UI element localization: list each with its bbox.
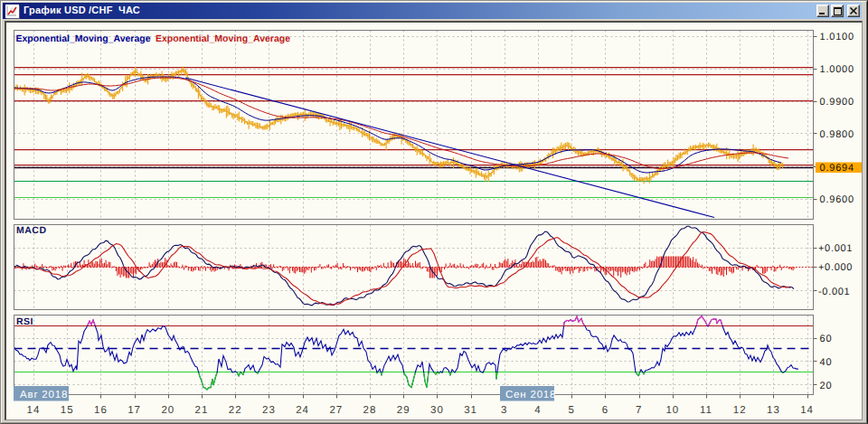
svg-text:4: 4 <box>534 405 541 416</box>
svg-text:20: 20 <box>161 405 175 416</box>
svg-text:28: 28 <box>363 405 377 416</box>
svg-text:0.9694: 0.9694 <box>820 163 854 174</box>
svg-text:Авг 2018: Авг 2018 <box>20 390 68 400</box>
svg-text:22: 22 <box>229 405 242 416</box>
svg-text:13: 13 <box>767 405 780 416</box>
svg-text:30: 30 <box>430 405 444 416</box>
svg-text:15: 15 <box>61 405 74 416</box>
svg-text:17: 17 <box>127 405 141 416</box>
svg-text:21: 21 <box>195 405 209 416</box>
svg-text:31: 31 <box>464 405 477 416</box>
svg-text:-0.001: -0.001 <box>818 287 850 297</box>
svg-text:3: 3 <box>501 405 507 416</box>
svg-text:11: 11 <box>700 405 712 416</box>
svg-text:27: 27 <box>329 405 343 416</box>
svg-text:20: 20 <box>820 381 833 391</box>
svg-text:1.0000: 1.0000 <box>820 64 854 75</box>
svg-text:1.0100: 1.0100 <box>820 32 854 42</box>
svg-text:0.9800: 0.9800 <box>820 129 854 140</box>
svg-text:Exponential_Moving_Average: Exponential_Moving_Average <box>156 33 290 44</box>
svg-text:14: 14 <box>27 405 41 416</box>
svg-text:+0.000: +0.000 <box>818 262 853 273</box>
svg-text:16: 16 <box>94 405 108 416</box>
svg-text:0.9600: 0.9600 <box>820 194 854 205</box>
svg-text:12: 12 <box>733 405 747 416</box>
svg-text:Сен 2018: Сен 2018 <box>505 390 556 400</box>
svg-text:7: 7 <box>636 405 642 416</box>
svg-text:RSI: RSI <box>16 316 33 327</box>
svg-text:+0.001: +0.001 <box>818 243 853 254</box>
svg-text:0.9900: 0.9900 <box>820 97 854 108</box>
svg-text:24: 24 <box>296 405 309 416</box>
svg-text:29: 29 <box>397 405 410 416</box>
svg-text:5: 5 <box>568 405 574 416</box>
svg-text:10: 10 <box>665 405 679 416</box>
svg-text:60: 60 <box>820 334 833 344</box>
svg-text:MACD: MACD <box>16 225 47 236</box>
svg-text:40: 40 <box>820 357 833 368</box>
svg-text:23: 23 <box>262 405 276 416</box>
svg-text:Exponential_Moving_Average: Exponential_Moving_Average <box>16 33 151 44</box>
svg-text:6: 6 <box>602 405 609 416</box>
svg-text:14: 14 <box>800 405 814 416</box>
